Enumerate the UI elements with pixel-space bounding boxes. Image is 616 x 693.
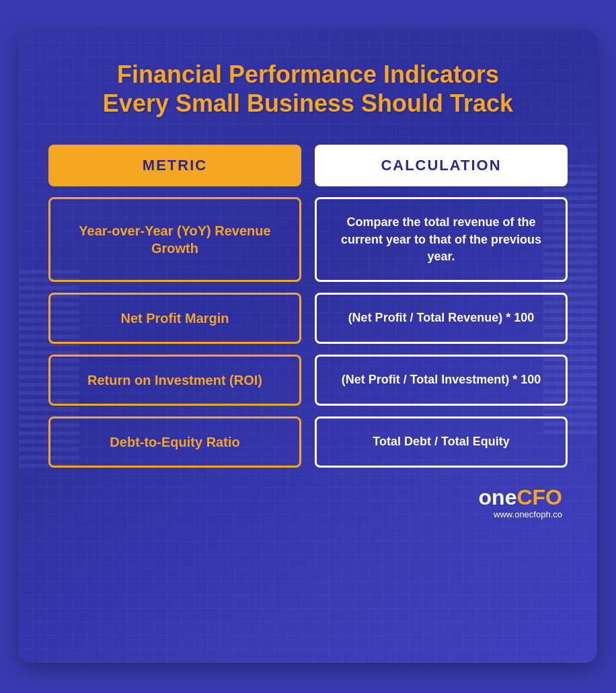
metric-cell-2: Net Profit Margin: [48, 293, 301, 344]
logo-area: oneCFO www.onecfoph.co: [48, 486, 568, 519]
table-row: Net Profit Margin (Net Profit / Total Re…: [48, 293, 568, 344]
table-rows: Year-over-Year (YoY) Revenue Growth Comp…: [48, 197, 568, 468]
metric-cell-1: Year-over-Year (YoY) Revenue Growth: [48, 197, 301, 282]
calc-cell-3: (Net Profit / Total Investment) * 100: [315, 355, 568, 406]
calc-cell-4: Total Debt / Total Equity: [315, 416, 568, 468]
calculation-header: CALCULATION: [315, 145, 568, 186]
metric-cell-3: Return on Investment (ROI): [48, 355, 301, 406]
calc-cell-2: (Net Profit / Total Revenue) * 100: [315, 293, 568, 344]
table-row: Debt-to-Equity Ratio Total Debt / Total …: [48, 416, 568, 468]
metric-cell-4: Debt-to-Equity Ratio: [48, 416, 301, 468]
main-card: Financial Performance Indicators Every S…: [19, 30, 597, 663]
page-title: Financial Performance Indicators Every S…: [48, 60, 568, 118]
table-row: Year-over-Year (YoY) Revenue Growth Comp…: [48, 197, 568, 282]
table-container: METRIC CALCULATION Year-over-Year (YoY) …: [48, 145, 568, 468]
calc-cell-1: Compare the total revenue of the current…: [315, 197, 568, 282]
logo-text: oneCFO: [48, 486, 562, 508]
metric-header: METRIC: [48, 145, 301, 186]
logo-website: www.onecfoph.co: [48, 509, 562, 519]
table-header: METRIC CALCULATION: [48, 145, 568, 186]
table-row: Return on Investment (ROI) (Net Profit /…: [48, 355, 568, 406]
